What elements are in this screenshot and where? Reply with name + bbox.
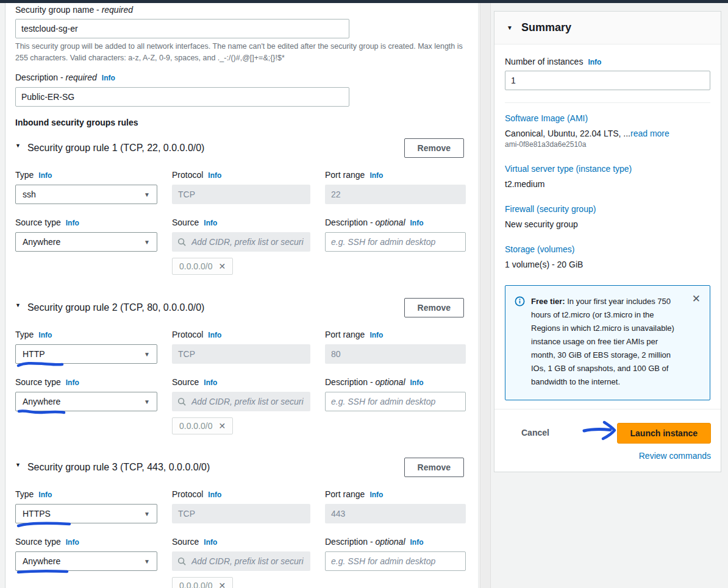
info-link[interactable]: Info: [204, 219, 217, 227]
summary-section-firewall: Firewall (security group) New security g…: [505, 204, 710, 229]
info-link[interactable]: Info: [204, 378, 217, 387]
port-range-label: Port rangeInfo: [325, 330, 466, 340]
scrollbar[interactable]: [480, 3, 491, 588]
info-link[interactable]: Info: [38, 171, 52, 180]
info-link[interactable]: Info: [66, 219, 79, 227]
free-tier-text: Free tier: In your first year includes 7…: [531, 295, 683, 389]
source-search-input[interactable]: [190, 396, 305, 407]
info-link[interactable]: Info: [66, 378, 79, 387]
search-icon: [177, 557, 186, 565]
summary-panel: ▼ Summary Number of instancesInfo Softwa…: [494, 11, 721, 472]
rule-title: ▼Security group rule 1 (TCP, 22, 0.0.0.0…: [15, 143, 204, 154]
source-type-label: Source typeInfo: [15, 377, 157, 388]
type-select[interactable]: HTTP ▼: [15, 344, 157, 364]
protocol-field: TCP: [172, 344, 310, 364]
review-commands-link[interactable]: Review commands: [639, 451, 711, 461]
info-link[interactable]: Info: [38, 331, 52, 339]
cidr-token: 0.0.0.0/0 ✕: [172, 577, 233, 588]
info-link[interactable]: Info: [102, 74, 115, 82]
instance-type-value: t2.medium: [505, 179, 710, 189]
summary-body: Number of instancesInfo Software Image (…: [494, 44, 721, 400]
source-search-box: [172, 551, 310, 571]
number-of-instances-label: Number of instancesInfo: [505, 57, 710, 66]
collapse-caret-icon[interactable]: ▼: [507, 24, 513, 31]
info-link[interactable]: Info: [410, 378, 424, 387]
caret-down-icon[interactable]: ▼: [15, 143, 21, 149]
remove-rule-button[interactable]: Remove: [404, 458, 464, 477]
source-search-input[interactable]: [190, 236, 305, 247]
info-link[interactable]: Info: [369, 491, 383, 499]
security-group-name-help: This security group will be added to all…: [15, 41, 464, 64]
caret-down-icon[interactable]: ▼: [15, 462, 21, 468]
annotation-underline: [16, 568, 72, 576]
info-link[interactable]: Info: [588, 58, 601, 66]
info-link[interactable]: Info: [208, 171, 221, 180]
search-icon: [177, 397, 186, 406]
number-of-instances-input[interactable]: [505, 71, 710, 90]
source-type-select[interactable]: Anywhere ▼: [15, 232, 157, 252]
protocol-label: ProtocolInfo: [172, 170, 310, 180]
read-more-link[interactable]: read more: [630, 129, 669, 138]
rule-description-input[interactable]: [325, 392, 466, 411]
storage-value: 1 volume(s) - 20 GiB: [505, 260, 710, 269]
search-icon: [177, 238, 186, 246]
token-dismiss-icon[interactable]: ✕: [219, 262, 226, 271]
storage-link[interactable]: Storage (volumes): [505, 244, 574, 254]
info-link[interactable]: Info: [208, 331, 221, 339]
info-link[interactable]: Info: [369, 171, 383, 180]
cancel-button[interactable]: Cancel: [518, 423, 553, 438]
close-icon[interactable]: ✕: [692, 294, 701, 304]
chevron-down-icon: ▼: [144, 398, 150, 405]
port-range-label: Port rangeInfo: [325, 170, 466, 180]
firewall-link[interactable]: Firewall (security group): [505, 204, 596, 214]
protocol-field: TCP: [172, 504, 310, 523]
token-dismiss-icon[interactable]: ✕: [219, 422, 226, 430]
protocol-label: ProtocolInfo: [172, 489, 310, 500]
annotation-underline: [16, 408, 72, 416]
source-search-input[interactable]: [190, 556, 305, 567]
network-settings-form: Security group name - required This secu…: [5, 3, 479, 588]
instance-type-link[interactable]: Virtual server type (instance type): [505, 164, 632, 174]
type-select[interactable]: ssh ▼: [15, 185, 157, 204]
chevron-down-icon: ▼: [144, 351, 150, 358]
description-input[interactable]: [15, 87, 349, 107]
info-link[interactable]: Info: [66, 538, 79, 547]
info-link[interactable]: Info: [208, 491, 221, 499]
info-link[interactable]: Info: [204, 538, 217, 547]
type-label: TypeInfo: [15, 330, 157, 340]
security-group-rule-1: ▼Security group rule 1 (TCP, 22, 0.0.0.0…: [15, 138, 464, 275]
info-link[interactable]: Info: [369, 331, 383, 339]
rule-description-input[interactable]: [325, 232, 466, 252]
remove-rule-button[interactable]: Remove: [404, 138, 464, 158]
ami-id: ami-0f8e81a3da6e2510a: [505, 140, 710, 149]
remove-rule-button[interactable]: Remove: [404, 298, 464, 317]
chevron-down-icon: ▼: [144, 511, 150, 517]
software-image-link[interactable]: Software Image (AMI): [505, 113, 588, 123]
info-link[interactable]: Info: [38, 491, 52, 499]
source-label: SourceInfo: [172, 537, 310, 547]
summary-section-ami: Software Image (AMI) Canonical, Ubuntu, …: [505, 113, 710, 149]
cidr-token: 0.0.0.0/0 ✕: [172, 417, 233, 434]
source-type-select[interactable]: Anywhere ▼: [15, 551, 157, 571]
chevron-down-icon: ▼: [144, 239, 150, 246]
launch-instance-page: Security group name - required This secu…: [0, 0, 728, 588]
type-label: TypeInfo: [15, 170, 157, 180]
rule-description-label: Description - optionalInfo: [325, 377, 466, 388]
source-label: SourceInfo: [172, 377, 310, 388]
cidr-token: 0.0.0.0/0 ✕: [172, 258, 233, 275]
type-label: TypeInfo: [15, 489, 157, 500]
info-circle-icon: [515, 296, 525, 306]
port-range-field: 443: [325, 504, 466, 523]
launch-instance-button[interactable]: Launch instance: [617, 423, 711, 444]
source-type-select[interactable]: Anywhere ▼: [15, 392, 157, 411]
inbound-rules-heading: Inbound security groups rules: [15, 118, 464, 127]
token-dismiss-icon[interactable]: ✕: [219, 581, 226, 588]
rule-description-input[interactable]: [325, 551, 466, 571]
info-link[interactable]: Info: [410, 538, 424, 547]
caret-down-icon[interactable]: ▼: [15, 302, 21, 308]
type-select[interactable]: HTTPS ▼: [15, 504, 157, 523]
security-group-name-label: Security group name - required: [15, 5, 464, 15]
security-group-name-input[interactable]: [15, 19, 349, 38]
summary-section-instance-type: Virtual server type (instance type) t2.m…: [505, 163, 710, 189]
info-link[interactable]: Info: [410, 219, 424, 227]
